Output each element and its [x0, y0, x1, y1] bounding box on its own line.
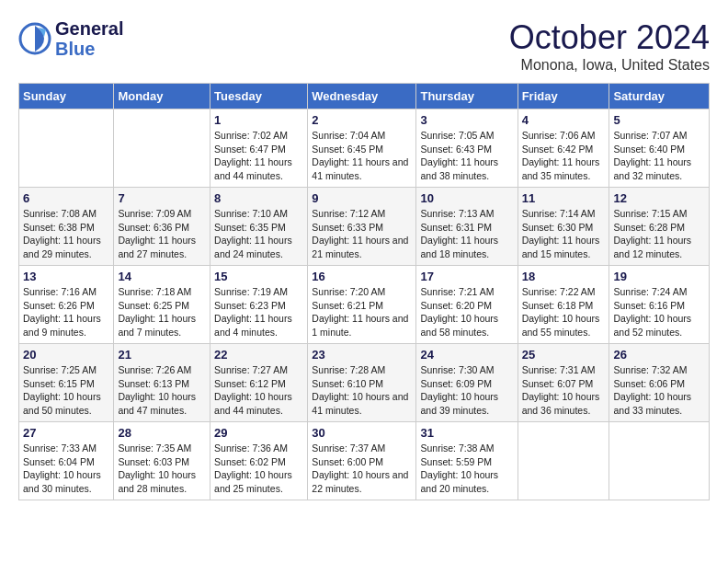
day-number: 7: [118, 191, 206, 205]
day-info: Sunrise: 7:04 AMSunset: 6:45 PMDaylight:…: [312, 129, 412, 183]
calendar-cell: 21Sunrise: 7:26 AMSunset: 6:13 PMDayligh…: [114, 344, 210, 422]
day-info: Sunrise: 7:33 AMSunset: 6:04 PMDaylight:…: [23, 442, 109, 496]
day-number: 11: [522, 191, 606, 205]
calendar-cell: 17Sunrise: 7:21 AMSunset: 6:20 PMDayligh…: [416, 266, 518, 344]
calendar-cell: 15Sunrise: 7:19 AMSunset: 6:23 PMDayligh…: [210, 266, 308, 344]
calendar-cell: 12Sunrise: 7:15 AMSunset: 6:28 PMDayligh…: [609, 188, 710, 266]
day-info: Sunrise: 7:15 AMSunset: 6:28 PMDaylight:…: [613, 207, 705, 261]
day-info: Sunrise: 7:36 AMSunset: 6:02 PMDaylight:…: [214, 442, 303, 496]
calendar-cell: 19Sunrise: 7:24 AMSunset: 6:16 PMDayligh…: [609, 266, 710, 344]
logo-icon: [18, 22, 51, 55]
day-number: 3: [420, 113, 513, 127]
calendar-cell: [19, 109, 114, 188]
calendar-cell: 8Sunrise: 7:10 AMSunset: 6:35 PMDaylight…: [210, 188, 308, 266]
day-info: Sunrise: 7:05 AMSunset: 6:43 PMDaylight:…: [420, 129, 513, 183]
day-info: Sunrise: 7:25 AMSunset: 6:15 PMDaylight:…: [23, 363, 109, 418]
weekday-header: Wednesday: [308, 84, 416, 109]
day-info: Sunrise: 7:10 AMSunset: 6:35 PMDaylight:…: [214, 207, 303, 261]
day-info: Sunrise: 7:18 AMSunset: 6:25 PMDaylight:…: [118, 285, 206, 339]
day-number: 31: [420, 426, 513, 440]
calendar-cell: 27Sunrise: 7:33 AMSunset: 6:04 PMDayligh…: [19, 422, 114, 500]
calendar-cell: 2Sunrise: 7:04 AMSunset: 6:45 PMDaylight…: [308, 109, 416, 188]
day-info: Sunrise: 7:20 AMSunset: 6:21 PMDaylight:…: [312, 285, 412, 339]
page-header: General Blue October 2024 Monona, Iowa, …: [18, 18, 710, 74]
month-title: October 2024: [509, 18, 710, 57]
calendar-cell: 23Sunrise: 7:28 AMSunset: 6:10 PMDayligh…: [308, 344, 416, 422]
day-info: Sunrise: 7:31 AMSunset: 6:07 PMDaylight:…: [522, 363, 606, 418]
calendar-week-row: 20Sunrise: 7:25 AMSunset: 6:15 PMDayligh…: [19, 344, 710, 422]
calendar-cell: [518, 422, 609, 500]
day-number: 23: [312, 348, 412, 362]
weekday-header-row: SundayMondayTuesdayWednesdayThursdayFrid…: [19, 84, 710, 109]
calendar-cell: 1Sunrise: 7:02 AMSunset: 6:47 PMDaylight…: [210, 109, 308, 188]
day-number: 27: [23, 426, 109, 440]
day-number: 28: [118, 426, 206, 440]
weekday-header: Monday: [114, 84, 210, 109]
day-info: Sunrise: 7:08 AMSunset: 6:38 PMDaylight:…: [23, 207, 109, 261]
day-info: Sunrise: 7:22 AMSunset: 6:18 PMDaylight:…: [522, 285, 606, 339]
day-info: Sunrise: 7:35 AMSunset: 6:03 PMDaylight:…: [118, 442, 206, 496]
day-number: 25: [522, 348, 606, 362]
calendar-cell: 22Sunrise: 7:27 AMSunset: 6:12 PMDayligh…: [210, 344, 308, 422]
calendar-cell: 13Sunrise: 7:16 AMSunset: 6:26 PMDayligh…: [19, 266, 114, 344]
day-info: Sunrise: 7:16 AMSunset: 6:26 PMDaylight:…: [23, 285, 109, 339]
calendar-cell: 3Sunrise: 7:05 AMSunset: 6:43 PMDaylight…: [416, 109, 518, 188]
calendar-week-row: 27Sunrise: 7:33 AMSunset: 6:04 PMDayligh…: [19, 422, 710, 500]
day-info: Sunrise: 7:06 AMSunset: 6:42 PMDaylight:…: [522, 129, 606, 183]
calendar-cell: [609, 422, 710, 500]
day-info: Sunrise: 7:14 AMSunset: 6:30 PMDaylight:…: [522, 207, 606, 261]
day-number: 6: [23, 191, 109, 205]
day-info: Sunrise: 7:19 AMSunset: 6:23 PMDaylight:…: [214, 285, 303, 339]
day-number: 17: [420, 270, 513, 283]
calendar-week-row: 13Sunrise: 7:16 AMSunset: 6:26 PMDayligh…: [19, 266, 710, 344]
day-number: 13: [23, 270, 109, 283]
day-number: 8: [214, 191, 303, 205]
day-info: Sunrise: 7:09 AMSunset: 6:36 PMDaylight:…: [118, 207, 206, 261]
calendar-week-row: 6Sunrise: 7:08 AMSunset: 6:38 PMDaylight…: [19, 188, 710, 266]
calendar-cell: 20Sunrise: 7:25 AMSunset: 6:15 PMDayligh…: [19, 344, 114, 422]
day-number: 29: [214, 426, 303, 440]
calendar-cell: 31Sunrise: 7:38 AMSunset: 5:59 PMDayligh…: [416, 422, 518, 500]
day-info: Sunrise: 7:27 AMSunset: 6:12 PMDaylight:…: [214, 363, 303, 418]
day-number: 21: [118, 348, 206, 362]
calendar-week-row: 1Sunrise: 7:02 AMSunset: 6:47 PMDaylight…: [19, 109, 710, 188]
day-info: Sunrise: 7:28 AMSunset: 6:10 PMDaylight:…: [312, 363, 412, 418]
day-number: 18: [522, 270, 606, 283]
calendar-cell: 4Sunrise: 7:06 AMSunset: 6:42 PMDaylight…: [518, 109, 609, 188]
logo-blue: Blue: [55, 39, 123, 59]
calendar-cell: 7Sunrise: 7:09 AMSunset: 6:36 PMDaylight…: [114, 188, 210, 266]
calendar-cell: 26Sunrise: 7:32 AMSunset: 6:06 PMDayligh…: [609, 344, 710, 422]
title-area: October 2024 Monona, Iowa, United States: [509, 18, 710, 74]
day-number: 24: [420, 348, 513, 362]
day-info: Sunrise: 7:30 AMSunset: 6:09 PMDaylight:…: [420, 363, 513, 418]
day-number: 4: [522, 113, 606, 127]
day-number: 10: [420, 191, 513, 205]
calendar-cell: 16Sunrise: 7:20 AMSunset: 6:21 PMDayligh…: [308, 266, 416, 344]
day-number: 20: [23, 348, 109, 362]
calendar-cell: 10Sunrise: 7:13 AMSunset: 6:31 PMDayligh…: [416, 188, 518, 266]
calendar-cell: 30Sunrise: 7:37 AMSunset: 6:00 PMDayligh…: [308, 422, 416, 500]
day-number: 15: [214, 270, 303, 283]
calendar-cell: 9Sunrise: 7:12 AMSunset: 6:33 PMDaylight…: [308, 188, 416, 266]
day-info: Sunrise: 7:24 AMSunset: 6:16 PMDaylight:…: [613, 285, 705, 339]
weekday-header: Thursday: [416, 84, 518, 109]
weekday-header: Tuesday: [210, 84, 308, 109]
day-info: Sunrise: 7:07 AMSunset: 6:40 PMDaylight:…: [613, 129, 705, 183]
day-number: 26: [613, 348, 705, 362]
day-number: 5: [613, 113, 705, 127]
day-number: 19: [613, 270, 705, 283]
logo-general: General: [55, 18, 123, 39]
calendar-table: SundayMondayTuesdayWednesdayThursdayFrid…: [18, 83, 710, 500]
calendar-cell: 25Sunrise: 7:31 AMSunset: 6:07 PMDayligh…: [518, 344, 609, 422]
calendar-cell: 18Sunrise: 7:22 AMSunset: 6:18 PMDayligh…: [518, 266, 609, 344]
day-info: Sunrise: 7:12 AMSunset: 6:33 PMDaylight:…: [312, 207, 412, 261]
day-info: Sunrise: 7:02 AMSunset: 6:47 PMDaylight:…: [214, 129, 303, 183]
day-number: 9: [312, 191, 412, 205]
day-number: 16: [312, 270, 412, 283]
calendar-cell: 6Sunrise: 7:08 AMSunset: 6:38 PMDaylight…: [19, 188, 114, 266]
calendar-cell: 5Sunrise: 7:07 AMSunset: 6:40 PMDaylight…: [609, 109, 710, 188]
logo: General Blue: [18, 18, 123, 59]
calendar-cell: 28Sunrise: 7:35 AMSunset: 6:03 PMDayligh…: [114, 422, 210, 500]
weekday-header: Sunday: [19, 84, 114, 109]
calendar-cell: 24Sunrise: 7:30 AMSunset: 6:09 PMDayligh…: [416, 344, 518, 422]
